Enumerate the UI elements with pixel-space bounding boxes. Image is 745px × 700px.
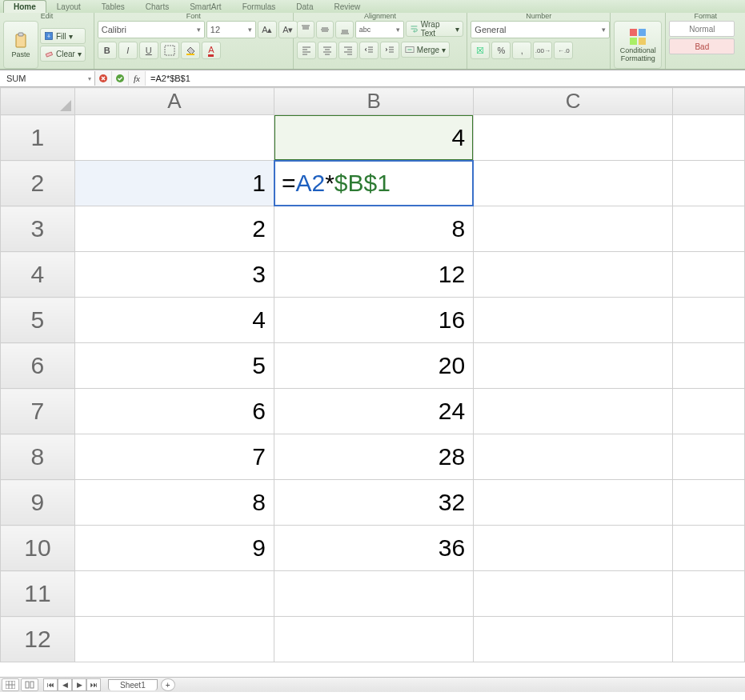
clear-button[interactable]: Clear▾ <box>40 46 86 62</box>
cell-A2[interactable]: 1 <box>74 161 274 206</box>
sheet-tab-1[interactable]: Sheet1 <box>108 679 158 690</box>
fill-color-button[interactable] <box>181 42 200 59</box>
cell-B2[interactable]: =A2*$B$1 <box>274 161 473 206</box>
cell-C3[interactable] <box>474 206 673 252</box>
enter-formula-button[interactable] <box>112 71 129 86</box>
cell-C12[interactable] <box>474 617 673 662</box>
style-bad[interactable]: Bad <box>669 38 735 54</box>
cell-C7[interactable] <box>474 389 673 434</box>
font-size-select[interactable]: 12 <box>206 21 256 38</box>
cell-D11[interactable] <box>673 571 745 617</box>
cell-B6[interactable]: 20 <box>274 343 473 389</box>
comma-button[interactable]: , <box>512 42 531 59</box>
tab-data[interactable]: Data <box>286 0 323 13</box>
merge-button[interactable]: Merge▾ <box>401 42 450 58</box>
cell-B3[interactable]: 8 <box>274 206 473 252</box>
formula-input[interactable]: =A2*$B$1 <box>146 71 745 86</box>
font-name-select[interactable]: Calibri <box>98 21 205 38</box>
view-normal-button[interactable] <box>2 678 19 691</box>
align-top-button[interactable] <box>297 21 314 38</box>
font-color-button[interactable]: A <box>202 42 221 59</box>
row-header-6[interactable]: 6 <box>1 343 75 389</box>
name-box[interactable]: SUM <box>0 71 95 86</box>
align-right-button[interactable] <box>338 42 358 59</box>
sheet-first-button[interactable]: ⏮ <box>43 678 58 691</box>
percent-button[interactable]: % <box>491 42 511 59</box>
tab-home[interactable]: Home <box>3 0 46 13</box>
cell-C5[interactable] <box>474 298 673 343</box>
cancel-formula-button[interactable] <box>95 71 112 86</box>
cell-D7[interactable] <box>673 389 745 434</box>
sheet-prev-button[interactable]: ◀ <box>58 678 72 691</box>
bold-button[interactable]: B <box>98 42 117 59</box>
tab-layout[interactable]: Layout <box>46 0 91 13</box>
cell-A4[interactable]: 3 <box>74 252 274 298</box>
row-header-4[interactable]: 4 <box>1 252 75 298</box>
decrease-decimal-button[interactable]: ←.0 <box>554 42 573 59</box>
tab-tables[interactable]: Tables <box>91 0 135 13</box>
cell-B8[interactable]: 28 <box>274 434 473 480</box>
cell-D10[interactable] <box>673 526 745 571</box>
cell-A7[interactable]: 6 <box>74 389 274 434</box>
cell-D5[interactable] <box>673 298 745 343</box>
increase-font-button[interactable]: A▴ <box>258 21 277 38</box>
cell-A10[interactable]: 9 <box>74 526 274 571</box>
cell-C2[interactable] <box>474 161 673 206</box>
cell-B9[interactable]: 32 <box>274 480 473 526</box>
align-left-button[interactable] <box>297 42 316 59</box>
cell-A5[interactable]: 4 <box>74 298 274 343</box>
tab-smartart[interactable]: SmartArt <box>179 0 231 13</box>
row-header-10[interactable]: 10 <box>1 526 75 571</box>
cell-B11[interactable] <box>274 571 473 617</box>
align-center-button[interactable] <box>318 42 337 59</box>
cell-D9[interactable] <box>673 480 745 526</box>
cell-A1[interactable] <box>74 115 274 161</box>
cell-D12[interactable] <box>673 617 745 662</box>
align-bottom-button[interactable] <box>335 21 353 38</box>
tab-review[interactable]: Review <box>323 0 370 13</box>
number-format-select[interactable]: General <box>471 21 610 38</box>
fx-button[interactable]: fx <box>129 71 146 86</box>
row-header-1[interactable]: 1 <box>1 115 75 161</box>
row-header-12[interactable]: 12 <box>1 617 75 662</box>
row-header-2[interactable]: 2 <box>1 161 75 206</box>
add-sheet-button[interactable]: + <box>161 678 175 691</box>
underline-button[interactable]: U <box>139 42 158 59</box>
cell-C8[interactable] <box>474 434 673 480</box>
cell-A11[interactable] <box>74 571 274 617</box>
currency-button[interactable]: ☒ <box>471 42 490 59</box>
cell-A3[interactable]: 2 <box>74 206 274 252</box>
orientation-button[interactable]: abc <box>355 21 404 38</box>
fill-button[interactable]: Fill▾ <box>40 28 86 44</box>
cell-D2[interactable] <box>673 161 745 206</box>
conditional-formatting-button[interactable]: Conditional Formatting <box>614 21 662 69</box>
col-header-D[interactable] <box>673 88 745 115</box>
cell-C9[interactable] <box>474 480 673 526</box>
cell-A12[interactable] <box>74 617 274 662</box>
row-header-5[interactable]: 5 <box>1 298 75 343</box>
cell-C11[interactable] <box>474 571 673 617</box>
cell-D4[interactable] <box>673 252 745 298</box>
cell-editor[interactable]: =A2*$B$1 <box>274 160 474 206</box>
cell-B10[interactable]: 36 <box>274 526 473 571</box>
cell-D3[interactable] <box>673 206 745 252</box>
cell-B1[interactable]: 4 <box>274 115 473 161</box>
cell-C6[interactable] <box>474 343 673 389</box>
cell-C1[interactable] <box>474 115 673 161</box>
increase-decimal-button[interactable]: .00→ <box>533 42 552 59</box>
row-header-9[interactable]: 9 <box>1 480 75 526</box>
italic-button[interactable]: I <box>118 42 138 59</box>
col-header-C[interactable]: C <box>474 88 673 115</box>
col-header-B[interactable]: B <box>274 88 473 115</box>
cell-B7[interactable]: 24 <box>274 389 473 434</box>
cell-C4[interactable] <box>474 252 673 298</box>
cell-B12[interactable] <box>274 617 473 662</box>
cell-D8[interactable] <box>673 434 745 480</box>
view-layout-button[interactable] <box>21 678 38 691</box>
col-header-A[interactable]: A <box>74 88 274 115</box>
paste-button[interactable]: Paste <box>3 21 38 69</box>
align-middle-button[interactable] <box>316 21 334 38</box>
cell-B5[interactable]: 16 <box>274 298 473 343</box>
borders-button[interactable] <box>160 42 179 59</box>
cell-A9[interactable]: 8 <box>74 480 274 526</box>
